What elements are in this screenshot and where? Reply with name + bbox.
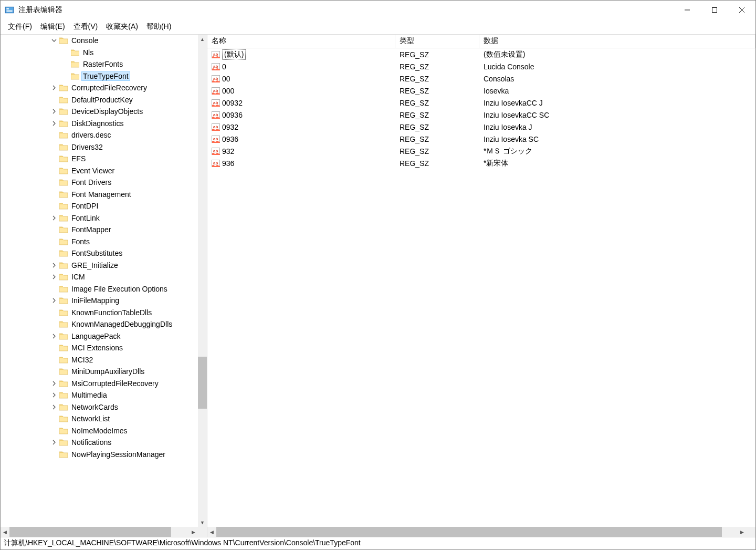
scroll-thumb[interactable] [9,527,171,537]
folder-icon [59,309,68,316]
scroll-track[interactable] [216,527,738,537]
chevron-right-icon[interactable] [50,273,58,281]
chevron-right-icon[interactable] [50,332,58,340]
value-data-cell: *ＭＳ ゴシック [479,147,755,156]
tree-item[interactable]: DefaultProductKey [1,94,198,106]
value-name: 000 [222,87,234,95]
tree-item[interactable]: NoImeModeImes [1,425,198,437]
tree-item[interactable]: TrueTypeFont [1,70,198,82]
tree-vertical-scrollbar[interactable]: ▲ ▼ [198,35,207,527]
chevron-down-icon[interactable] [50,36,58,45]
tree-item[interactable]: MCI Extensions [1,342,198,354]
scroll-track[interactable] [9,527,189,537]
column-header-data[interactable]: 数据 [479,35,755,48]
tree-item[interactable]: CorruptedFileRecovery [1,82,198,94]
scroll-down-button[interactable]: ▼ [198,518,207,527]
tree-item-label: Event Viewer [70,167,116,175]
string-value-icon [212,75,220,83]
tree-item[interactable]: KnownManagedDebuggingDlls [1,318,198,330]
chevron-right-icon[interactable] [50,119,58,128]
tree-item[interactable]: Fonts [1,236,198,248]
menu-edit[interactable]: 编辑(E) [36,20,69,33]
value-row[interactable]: 00936REG_SZInziu IosevkaCC SC [207,109,755,121]
tree-item[interactable]: NetworkCards [1,401,198,413]
tree-item[interactable]: FontSubstitutes [1,247,198,260]
tree-horizontal-scrollbar[interactable]: ◀ ▶ [1,527,198,537]
maximize-button[interactable] [701,1,728,19]
value-row[interactable]: 0936REG_SZInziu Iosevka SC [207,133,755,145]
chevron-right-icon[interactable] [50,214,58,222]
value-type-cell: REG_SZ [395,63,479,71]
tree-item[interactable]: Event Viewer [1,165,198,177]
menu-help[interactable]: 帮助(H) [142,20,175,33]
tree-item[interactable]: Drivers32 [1,141,198,153]
menu-file[interactable]: 文件(F) [4,20,36,33]
tree-item[interactable]: NowPlayingSessionManager [1,449,198,461]
chevron-right-icon[interactable] [50,403,58,411]
tree-item[interactable]: Font Management [1,189,198,201]
chevron-right-icon[interactable] [50,261,58,269]
folder-icon [59,226,68,233]
tree-item[interactable]: Notifications [1,437,198,449]
tree-item[interactable]: drivers.desc [1,129,198,141]
column-header-type[interactable]: 类型 [395,35,479,48]
tree-item[interactable]: NetworkList [1,413,198,425]
scroll-right-button[interactable]: ▶ [189,527,198,537]
scroll-track[interactable] [198,44,207,518]
status-bar: 计算机\HKEY_LOCAL_MACHINE\SOFTWARE\Microsof… [1,537,755,549]
key-tree[interactable]: ConsoleNlsRasterFontsTrueTypeFontCorrupt… [1,35,207,527]
value-row[interactable]: 0932REG_SZInziu Iosevka J [207,121,755,133]
scroll-thumb[interactable] [198,357,207,409]
menu-view[interactable]: 查看(V) [69,20,102,33]
tree-item[interactable]: FontMapper [1,224,198,236]
tree-item[interactable]: FontLink [1,212,198,224]
tree-item[interactable]: Nls [1,47,198,59]
tree-item[interactable]: IniFileMapping [1,295,198,307]
column-header-name[interactable]: 名称 [207,35,395,48]
value-row[interactable]: 00932REG_SZInziu IosevkaCC J [207,97,755,109]
tree-item[interactable]: EFS [1,153,198,165]
list-horizontal-scrollbar[interactable]: ◀ ▶ [207,527,747,537]
tree-item[interactable]: Font Drivers [1,177,198,189]
content-splitter: ConsoleNlsRasterFontsTrueTypeFontCorrupt… [1,34,755,537]
tree-item[interactable]: MsiCorruptedFileRecovery [1,378,198,390]
scroll-left-button[interactable]: ◀ [207,527,216,537]
string-value-icon [212,111,220,119]
tree-item[interactable]: FontDPI [1,200,198,212]
tree-item[interactable]: ICM [1,271,198,283]
scroll-thumb[interactable] [216,527,722,537]
tree-item[interactable]: DiskDiagnostics [1,118,198,130]
tree-item[interactable]: RasterFonts [1,58,198,70]
tree-item[interactable]: GRE_Initialize [1,260,198,272]
close-button[interactable] [728,1,755,19]
tree-item[interactable]: Console [1,35,198,47]
value-list[interactable]: (默认)REG_SZ(数值未设置)0REG_SZLucida Console00… [207,48,755,527]
chevron-right-icon[interactable] [50,107,58,116]
value-row[interactable]: 0REG_SZLucida Console [207,60,755,72]
tree-item[interactable]: DeviceDisplayObjects [1,106,198,118]
scroll-right-button[interactable]: ▶ [738,527,747,537]
titlebar[interactable]: 注册表编辑器 [1,1,755,19]
tree-item[interactable]: KnownFunctionTableDlls [1,307,198,319]
chevron-right-icon[interactable] [50,296,58,305]
scroll-left-button[interactable]: ◀ [1,527,9,537]
chevron-right-icon[interactable] [50,379,58,388]
scroll-up-button[interactable]: ▲ [198,35,207,44]
value-row[interactable]: 936REG_SZ*新宋体 [207,157,755,169]
chevron-right-icon[interactable] [50,438,58,447]
folder-icon [59,143,68,151]
value-row[interactable]: (默认)REG_SZ(数值未设置) [207,48,755,60]
folder-icon [59,262,68,269]
tree-item[interactable]: LanguagePack [1,330,198,343]
tree-item[interactable]: MiniDumpAuxiliaryDlls [1,366,198,378]
chevron-right-icon[interactable] [50,391,58,399]
menu-favorites[interactable]: 收藏夹(A) [102,20,142,33]
value-row[interactable]: 00REG_SZConsolas [207,72,755,85]
tree-item[interactable]: MCI32 [1,354,198,366]
minimize-button[interactable] [674,1,701,19]
tree-item[interactable]: Image File Execution Options [1,283,198,295]
chevron-right-icon[interactable] [50,84,58,92]
value-row[interactable]: 932REG_SZ*ＭＳ ゴシック [207,145,755,157]
tree-item[interactable]: Multimedia [1,389,198,401]
value-row[interactable]: 000REG_SZIosevka [207,85,755,97]
